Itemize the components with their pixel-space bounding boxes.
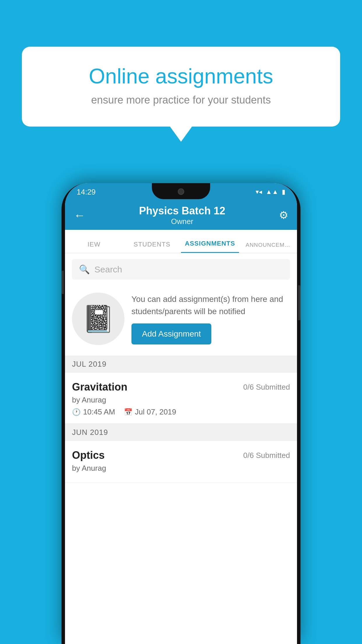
promo-title: Online assignments [42,64,320,88]
tab-assignments[interactable]: ASSIGNMENTS [181,240,239,253]
side-button-right [298,285,301,320]
promo-subtitle: ensure more practice for your students [42,94,320,106]
section-month-label-jun: JUN 2019 [72,428,108,437]
tab-iew[interactable]: IEW [65,241,123,253]
section-jul-2019: JUL 2019 [65,356,297,373]
app-header: ← Physics Batch 12 Owner ⚙ [65,201,297,230]
signal-icon: ▲▲ [266,188,278,196]
batch-title: Physics Batch 12 [139,205,225,217]
assignment-author: by Anurag [72,396,290,405]
promo-description: You can add assignment(s) from here and … [131,293,290,318]
promo-icon-circle: 📓 [72,293,124,345]
submitted-count: 0/6 Submitted [243,383,290,392]
clock-icon: 🕐 [72,408,81,416]
content-area: 🔍 Search 📓 You can add assignment(s) fro… [65,253,297,644]
assignment-time: 10:45 AM [83,407,115,416]
camera-notch [178,188,184,195]
assignment-date: Jul 07, 2019 [135,407,176,416]
optics-submitted-count: 0/6 Submitted [243,451,290,460]
back-button[interactable]: ← [74,209,85,222]
phone-frame: 14:29 ▾◂ ▲▲ ▮ ← Physics Batch 12 Owner ⚙… [61,183,301,644]
wifi-icon: ▾◂ [256,188,262,196]
side-button-left [61,271,64,294]
assignment-title: Gravitation [72,381,127,393]
meta-date: 📅 Jul 07, 2019 [124,407,176,416]
assignment-row1: Gravitation 0/6 Submitted [72,381,290,393]
assignment-optics-title: Optics [72,449,105,461]
search-bar[interactable]: 🔍 Search [72,259,290,280]
status-icons: ▾◂ ▲▲ ▮ [256,188,285,196]
header-center: Physics Batch 12 Owner [139,205,225,226]
owner-label: Owner [139,217,225,226]
assignment-optics-row1: Optics 0/6 Submitted [72,449,290,461]
search-placeholder[interactable]: Search [94,265,122,274]
settings-icon[interactable]: ⚙ [279,209,288,221]
tab-students[interactable]: STUDENTS [123,241,181,253]
section-month-label: JUL 2019 [72,360,106,368]
meta-time: 🕐 10:45 AM [72,407,115,416]
promo-card: Online assignments ensure more practice … [22,47,340,127]
section-jun-2019: JUN 2019 [65,424,297,441]
tabs-bar: IEW STUDENTS ASSIGNMENTS ANNOUNCEM… [65,230,297,253]
battery-icon: ▮ [282,188,285,196]
phone-notch [152,183,210,199]
assignment-optics[interactable]: Optics 0/6 Submitted by Anurag [65,441,297,483]
calendar-icon: 📅 [124,408,133,416]
assignment-gravitation[interactable]: Gravitation 0/6 Submitted by Anurag 🕐 10… [65,373,297,424]
add-assignment-button[interactable]: Add Assignment [131,323,211,344]
search-icon: 🔍 [79,264,90,274]
notebook-icon: 📓 [82,304,115,334]
promo-section: 📓 You can add assignment(s) from here an… [65,286,297,356]
status-time: 14:29 [77,188,96,197]
optics-author: by Anurag [72,464,290,473]
phone-screen: 14:29 ▾◂ ▲▲ ▮ ← Physics Batch 12 Owner ⚙… [65,183,297,644]
tab-announcements[interactable]: ANNOUNCEM… [239,242,297,253]
promo-right: You can add assignment(s) from here and … [131,293,290,344]
assignment-meta: 🕐 10:45 AM 📅 Jul 07, 2019 [72,407,290,416]
